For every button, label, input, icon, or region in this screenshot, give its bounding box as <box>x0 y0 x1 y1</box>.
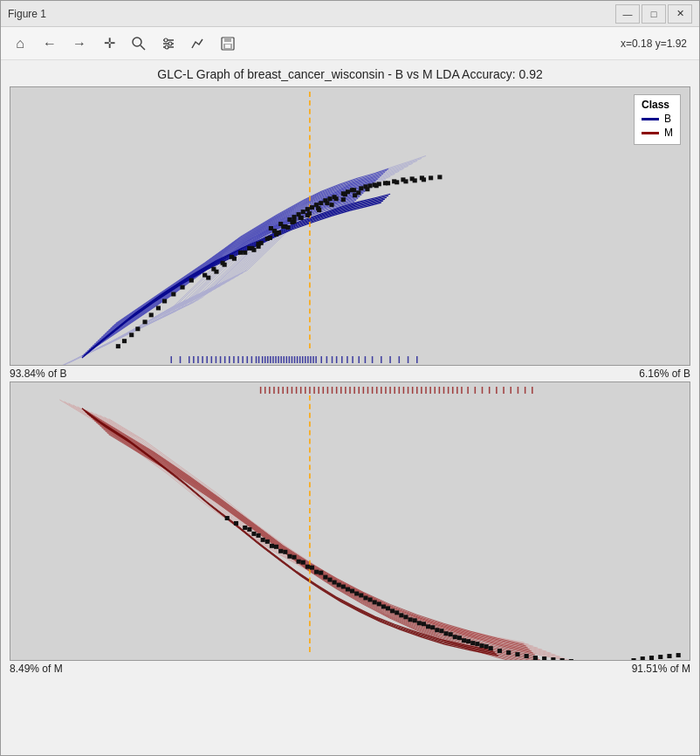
svg-rect-216 <box>270 544 274 548</box>
svg-rect-251 <box>399 613 403 617</box>
svg-rect-257 <box>453 635 457 639</box>
svg-rect-277 <box>631 658 635 660</box>
svg-rect-219 <box>297 560 301 564</box>
svg-rect-215 <box>261 538 265 542</box>
zoom-button[interactable] <box>125 31 153 57</box>
bottom-plot-panel <box>10 381 690 661</box>
svg-rect-99 <box>299 216 304 220</box>
svg-rect-67 <box>156 306 161 310</box>
svg-rect-85 <box>437 175 442 179</box>
svg-rect-225 <box>350 589 354 594</box>
svg-rect-11 <box>225 45 230 48</box>
main-window: Figure 1 — □ ✕ ⌂ ← → ✛ <box>0 0 700 756</box>
svg-rect-278 <box>641 656 645 660</box>
svg-rect-94 <box>214 270 218 274</box>
svg-rect-286 <box>274 545 278 549</box>
svg-rect-236 <box>449 632 453 636</box>
coords-display: x=0.18 y=1.92 <box>621 38 694 50</box>
bottom-plot-canvas <box>10 382 690 660</box>
svg-rect-238 <box>466 639 470 643</box>
maximize-button[interactable]: □ <box>642 4 666 24</box>
svg-rect-270 <box>569 659 573 660</box>
svg-rect-87 <box>317 208 321 212</box>
plot-title: GLC-L Graph of breast_cancer_wisconsin -… <box>157 67 542 81</box>
svg-rect-226 <box>359 593 363 597</box>
svg-rect-57 <box>334 196 339 201</box>
window-controls: — □ ✕ <box>615 4 692 24</box>
plot-container: GLC-L Graph of breast_cancer_wisconsin -… <box>1 60 699 755</box>
svg-rect-248 <box>373 600 377 604</box>
svg-rect-217 <box>278 549 283 553</box>
svg-rect-65 <box>171 292 175 297</box>
svg-line-1 <box>141 45 145 50</box>
svg-rect-23 <box>319 201 323 205</box>
svg-rect-291 <box>319 571 323 575</box>
svg-rect-279 <box>649 656 654 660</box>
svg-rect-240 <box>484 644 489 649</box>
forward-button[interactable]: → <box>65 31 93 57</box>
svg-rect-229 <box>386 606 390 610</box>
lines-button[interactable] <box>184 31 212 57</box>
minimize-button[interactable]: — <box>615 4 640 24</box>
svg-point-7 <box>165 45 168 49</box>
legend-item-m: M <box>642 127 673 139</box>
svg-rect-37 <box>359 186 363 190</box>
svg-rect-88 <box>329 203 333 207</box>
svg-rect-267 <box>542 656 546 660</box>
svg-rect-62 <box>268 236 272 240</box>
save-button[interactable] <box>214 31 242 57</box>
m-right-label: 91.51% of M <box>632 663 690 675</box>
toolbar: ⌂ ← → ✛ <box>1 27 699 60</box>
svg-rect-80 <box>251 248 256 252</box>
svg-point-0 <box>133 38 141 46</box>
legend-item-b: B <box>642 113 673 125</box>
svg-rect-264 <box>515 652 519 656</box>
legend-b-line <box>642 118 659 120</box>
svg-rect-280 <box>658 655 662 659</box>
svg-rect-96 <box>272 229 277 233</box>
svg-rect-223 <box>333 581 337 585</box>
legend-m-label: M <box>664 127 673 139</box>
svg-rect-245 <box>346 588 350 592</box>
svg-rect-227 <box>367 597 372 601</box>
svg-rect-51 <box>181 285 185 290</box>
top-plot-canvas <box>10 87 690 365</box>
svg-rect-263 <box>506 650 511 655</box>
svg-rect-237 <box>457 636 462 640</box>
svg-rect-269 <box>560 658 565 660</box>
settings-button[interactable] <box>154 31 182 57</box>
window-title: Figure 1 <box>8 8 615 20</box>
svg-rect-233 <box>422 622 426 626</box>
top-plot-panel: Class B M <box>10 86 690 366</box>
pan-button[interactable]: ✛ <box>95 31 123 57</box>
svg-rect-252 <box>408 617 413 622</box>
svg-rect-20 <box>305 207 310 211</box>
svg-rect-91 <box>243 251 247 255</box>
svg-point-6 <box>168 42 172 45</box>
svg-rect-243 <box>327 578 332 582</box>
svg-rect-89 <box>341 197 346 202</box>
svg-rect-29 <box>327 196 332 201</box>
svg-rect-249 <box>381 604 386 608</box>
svg-rect-258 <box>462 638 466 643</box>
svg-rect-287 <box>283 550 287 554</box>
svg-rect-250 <box>390 608 395 613</box>
svg-rect-281 <box>667 654 671 658</box>
svg-rect-244 <box>337 583 341 588</box>
svg-rect-34 <box>238 251 243 255</box>
svg-rect-242 <box>225 516 230 520</box>
svg-rect-79 <box>257 244 261 249</box>
svg-rect-239 <box>475 642 479 646</box>
svg-rect-86 <box>305 213 310 217</box>
svg-rect-265 <box>525 654 529 658</box>
svg-rect-64 <box>285 225 290 230</box>
svg-rect-97 <box>281 224 285 229</box>
home-button[interactable]: ⌂ <box>6 31 34 57</box>
close-button[interactable]: ✕ <box>668 4 692 24</box>
svg-rect-77 <box>135 326 140 331</box>
svg-rect-90 <box>353 193 357 197</box>
back-button[interactable]: ← <box>36 31 64 57</box>
svg-rect-12 <box>10 87 690 365</box>
svg-rect-58 <box>343 192 347 196</box>
svg-rect-289 <box>301 560 305 565</box>
